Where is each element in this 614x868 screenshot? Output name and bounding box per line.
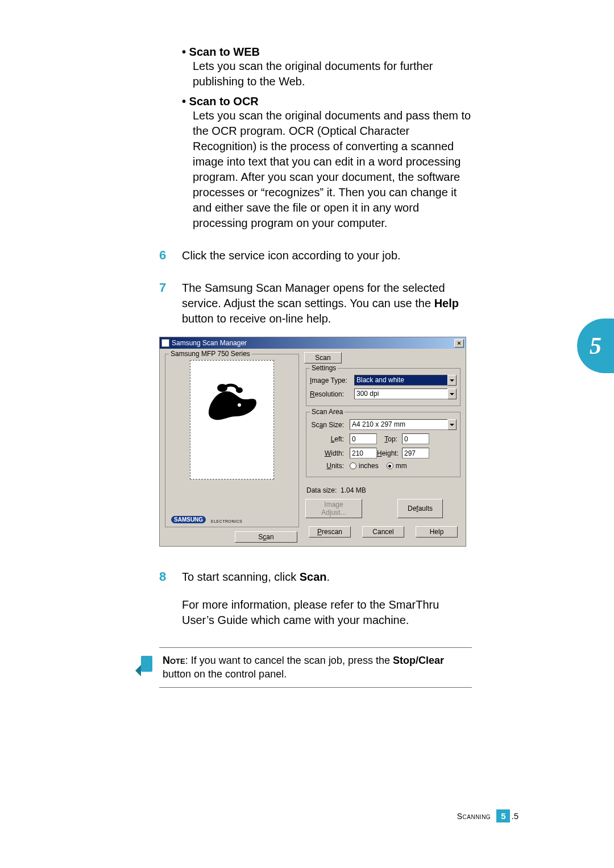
resolution-value: 300 dpi xyxy=(354,388,447,399)
step-8-paragraph: For more information, please refer to th… xyxy=(182,597,474,628)
preview-area[interactable] xyxy=(190,360,274,480)
scan-area-legend: Scan Area xyxy=(310,408,345,416)
bullet-scan-web-title: Scan to WEB xyxy=(182,46,474,59)
step-8-number: 8 xyxy=(159,569,182,585)
scan-size-dropdown[interactable]: A4 210 x 297 mm xyxy=(350,419,457,430)
close-icon[interactable]: × xyxy=(454,339,464,348)
chevron-down-icon[interactable] xyxy=(447,388,457,399)
step-6-text: Click the service icon according to your… xyxy=(182,248,401,263)
data-size-row: Data size: 1.04 MB xyxy=(306,486,462,494)
scan-manager-dialog: Samsung Scan Manager × Samsung MFP 750 S… xyxy=(159,337,466,547)
image-type-value: Black and white xyxy=(354,375,447,386)
settings-legend: Settings xyxy=(310,364,338,372)
scan-button-left[interactable]: Scan xyxy=(235,531,297,543)
dialog-titlebar: Samsung Scan Manager × xyxy=(160,337,466,349)
svg-rect-3 xyxy=(141,656,152,672)
scan-size-label: Scan Size: xyxy=(310,421,350,429)
left-input[interactable] xyxy=(350,433,377,444)
resolution-dropdown[interactable]: 300 dpi xyxy=(354,388,457,399)
bullet-scan-web-body: Lets you scan the original documents for… xyxy=(193,59,474,89)
dialog-title: Samsung Scan Manager xyxy=(172,339,247,347)
height-input[interactable] xyxy=(402,448,429,458)
resolution-label: Resolution: xyxy=(310,390,354,398)
image-adjust-button[interactable]: Image Adjust... xyxy=(305,499,362,518)
width-input[interactable] xyxy=(350,448,377,458)
note-icon xyxy=(133,654,158,681)
left-label: Left: xyxy=(310,435,350,443)
footer-chapter: 5 xyxy=(496,809,510,822)
image-type-dropdown[interactable]: Black and white xyxy=(354,375,457,386)
preview-sample-image xyxy=(205,380,260,423)
svg-point-1 xyxy=(236,387,243,393)
step-8-text: To start scanning, click Scan. xyxy=(182,569,330,585)
image-type-label: Image Type: xyxy=(310,377,354,385)
step-6-number: 6 xyxy=(159,248,182,263)
footer-page: .5 xyxy=(511,811,518,821)
page-footer: Scanning 5.5 xyxy=(457,809,518,822)
chapter-side-tab: 5 xyxy=(577,319,614,373)
units-label: Units: xyxy=(310,462,350,470)
bullet-scan-ocr-body: Lets you scan the original documents and… xyxy=(193,108,474,231)
device-fieldset: Samsung MFP 750 Series SAMSUNG ELECTRONI… xyxy=(165,354,299,527)
top-label: Top: xyxy=(377,435,402,443)
step-7-text: The Samsung Scan Manager opens for the s… xyxy=(182,280,474,326)
app-icon xyxy=(161,339,169,347)
scan-button-top[interactable]: Scan xyxy=(304,352,342,363)
units-mm-radio[interactable]: mm xyxy=(387,462,407,470)
footer-section: Scanning xyxy=(457,812,491,821)
samsung-logo-sub: ELECTRONICS xyxy=(211,519,242,523)
width-label: Width: xyxy=(310,449,350,457)
note-block: Note: If you want to cancel the scan job… xyxy=(159,647,472,688)
bullet-scan-ocr-title: Scan to OCR xyxy=(182,95,474,108)
chevron-down-icon[interactable] xyxy=(447,375,457,386)
chevron-down-icon[interactable] xyxy=(447,419,457,430)
cancel-button[interactable]: Cancel xyxy=(362,526,404,538)
top-input[interactable] xyxy=(402,433,429,444)
height-label: Height: xyxy=(377,449,402,457)
help-button[interactable]: Help xyxy=(416,526,458,538)
samsung-logo: SAMSUNG xyxy=(171,516,206,523)
prescan-button[interactable]: Prescan xyxy=(309,526,351,538)
scan-size-value: A4 210 x 297 mm xyxy=(350,419,447,430)
defaults-button[interactable]: Defaults xyxy=(397,499,443,518)
device-fieldset-legend: Samsung MFP 750 Series xyxy=(169,350,252,358)
step-7-number: 7 xyxy=(159,280,182,326)
units-inches-radio[interactable]: inches xyxy=(350,462,379,470)
svg-point-2 xyxy=(238,403,241,407)
note-label: Note xyxy=(163,655,185,666)
